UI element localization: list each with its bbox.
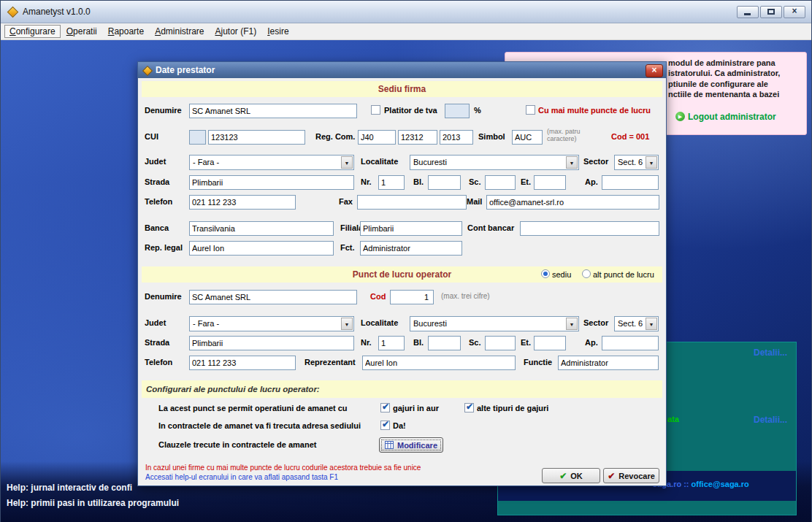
close-button[interactable]: × (784, 6, 805, 18)
platitor-tva-label: Platitor de tva (384, 106, 437, 115)
filiala-input[interactable] (360, 221, 462, 236)
punct-ap-input[interactable] (602, 336, 659, 350)
green-status-text: ata (667, 415, 679, 423)
help-line-2: Help: primii pasi in utilizarea programu… (7, 498, 179, 508)
bl-input[interactable] (428, 175, 461, 190)
logout-administrator-link[interactable]: Logout administrator (688, 112, 776, 122)
localitate-value: Bucuresti (413, 158, 447, 166)
minimize-button[interactable] (737, 6, 759, 18)
sc-input[interactable] (485, 175, 516, 190)
regcom2-input[interactable] (398, 130, 437, 145)
fct-input[interactable] (360, 241, 462, 256)
punct-localitate-value: Bucuresti (413, 319, 447, 328)
alte-gajuri-checkbox[interactable] (464, 403, 474, 412)
gajuri-aur-checkbox[interactable] (380, 403, 390, 412)
telefon-input[interactable] (189, 195, 296, 210)
ok-button[interactable]: ✔ OK (542, 468, 600, 483)
cont-bancar-input[interactable] (520, 221, 659, 236)
punct-telefon-label: Telefon (145, 358, 172, 366)
simbol-input[interactable] (512, 130, 543, 145)
fax-input[interactable] (357, 195, 467, 210)
regcom3-input[interactable] (440, 130, 473, 145)
punct-bl-input[interactable] (428, 336, 461, 350)
menu-administrare[interactable]: Administrare (150, 25, 209, 38)
punct-sc-input[interactable] (485, 336, 516, 350)
platitor-tva-checkbox[interactable] (371, 105, 380, 115)
sc-label: Sc. (469, 177, 481, 186)
strada-input[interactable] (189, 175, 354, 190)
section-header-configurari: Configurari ale punctului de lucru opera… (142, 380, 662, 398)
cont-bancar-label: Cont bancar (467, 223, 514, 232)
menu-iesire[interactable]: Iesire (262, 25, 294, 38)
saga-email-link[interactable]: office@saga.ro (692, 480, 749, 488)
menu-ajutor[interactable]: Ajutor (F1) (210, 25, 262, 38)
rep-legal-input[interactable] (189, 241, 334, 256)
punct-sector-combobox[interactable]: Sect. 6 ▼ (614, 316, 659, 331)
judet-combobox[interactable]: - Fara - ▼ (189, 155, 354, 170)
punct-cod-hint: (max. trei cifre) (441, 292, 490, 300)
chevron-down-icon[interactable]: ▼ (646, 318, 657, 330)
chevron-down-icon[interactable]: ▼ (566, 318, 578, 330)
localitate-combobox[interactable]: Bucuresti ▼ (410, 155, 579, 170)
radio-sediu[interactable] (541, 269, 550, 278)
punct-localitate-combobox[interactable]: Bucuresti ▼ (410, 316, 579, 331)
menu-configurare[interactable]: Configurare (4, 25, 61, 38)
punct-strada-input[interactable] (189, 336, 354, 350)
detalii-link-top[interactable]: Detalii... (754, 348, 787, 358)
da-checkbox[interactable] (380, 421, 390, 430)
punct-nr-label: Nr. (361, 338, 372, 347)
menu-rapoarte[interactable]: Rapoarte (103, 25, 149, 38)
revocare-button[interactable]: ✔ Revocare (603, 468, 659, 483)
sector-combobox[interactable]: Sect. 6 ▼ (614, 155, 659, 170)
et-input[interactable] (534, 175, 566, 190)
da-label: Da! (393, 421, 406, 430)
radio-sediu-label: sediu (552, 270, 571, 279)
punct-nr-input[interactable] (378, 336, 405, 350)
punct-denumire-input[interactable] (189, 290, 357, 304)
ap-input[interactable] (602, 175, 659, 190)
multipuncte-checkbox[interactable] (526, 105, 535, 115)
modificare-button[interactable]: Modificare (379, 437, 443, 453)
functie-label: Functie (524, 358, 552, 366)
mdi-client-area: modul de administrare pana istratorului.… (1, 40, 811, 522)
punct-cod-input[interactable] (390, 290, 434, 304)
reprezentant-input[interactable] (362, 356, 516, 370)
telefon-label: Telefon (145, 197, 172, 206)
section-title: Sediu firma (142, 81, 662, 97)
maximize-button[interactable] (760, 6, 782, 18)
admin-panel-line: ptiunile de configurare ale (668, 80, 768, 88)
ok-check-icon: ✔ (559, 471, 567, 481)
punct-telefon-input[interactable] (189, 356, 296, 370)
help-line-1: Help: jurnal interactiv de confi (7, 483, 132, 493)
simbol-label: Simbol (478, 132, 505, 141)
chevron-down-icon[interactable]: ▼ (341, 318, 353, 330)
radio-alt-punct[interactable] (582, 269, 591, 278)
banca-input[interactable] (189, 221, 334, 236)
sector-value: Sect. 6 (618, 158, 643, 166)
chevron-down-icon[interactable]: ▼ (341, 156, 353, 169)
regcom1-input[interactable] (358, 130, 396, 145)
mail-input[interactable] (486, 195, 659, 210)
revocare-check-icon: ✔ (608, 471, 615, 481)
percent-label: % (474, 106, 481, 115)
punct-judet-value: - Fara - (193, 319, 219, 328)
menu-operatii[interactable]: Operatii (61, 25, 102, 38)
multipuncte-label: Cu mai multe puncte de lucru (538, 106, 651, 115)
punct-ap-label: Ap. (585, 338, 598, 347)
cui-input[interactable] (208, 130, 305, 145)
punct-et-input[interactable] (534, 336, 566, 350)
dialog-close-button[interactable]: × (646, 64, 663, 77)
adresa-sediului-label: In contractele de amanet va fi trecuta a… (158, 421, 361, 430)
chevron-down-icon[interactable]: ▼ (566, 156, 578, 169)
modificare-label: Modificare (397, 441, 437, 450)
functie-input[interactable] (558, 356, 659, 370)
strada-label: Strada (145, 177, 169, 186)
nr-input[interactable] (378, 175, 405, 190)
banca-label: Banca (145, 223, 169, 232)
denumire-input[interactable] (189, 104, 357, 118)
punct-judet-combobox[interactable]: - Fara - ▼ (189, 316, 354, 331)
punct-et-label: Et. (521, 338, 531, 347)
detalii-link-bottom[interactable]: Detalii... (754, 415, 787, 425)
chevron-down-icon[interactable]: ▼ (646, 156, 657, 169)
dialog-icon (142, 66, 153, 76)
